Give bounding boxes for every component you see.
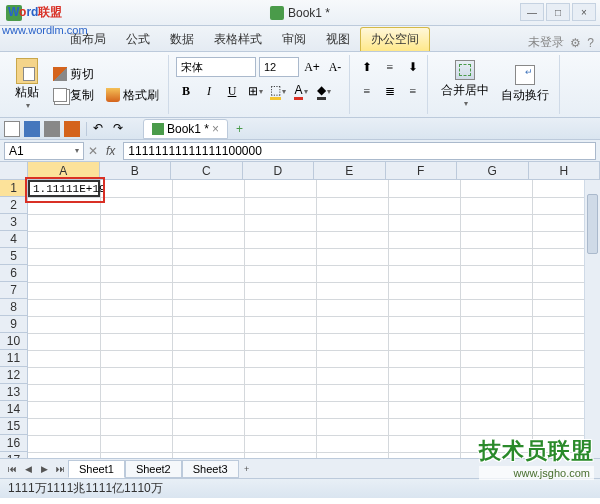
sheet-nav-next[interactable]: ▶ <box>36 461 52 477</box>
close-tab-icon[interactable]: × <box>212 122 219 136</box>
bottom-watermark: 技术员联盟 www.jsgho.com <box>479 436 594 480</box>
wrap-icon <box>515 65 535 85</box>
help-icon[interactable]: ? <box>587 36 594 50</box>
scrollbar-thumb[interactable] <box>587 194 598 254</box>
row-header[interactable]: 14 <box>0 401 27 418</box>
row-header[interactable]: 8 <box>0 299 27 316</box>
col-header-h[interactable]: H <box>529 162 601 179</box>
merge-center-button[interactable]: 合并居中▾ <box>435 55 495 113</box>
cell-a1[interactable]: 1.11111E+19 <box>28 180 100 197</box>
row-header[interactable]: 5 <box>0 248 27 265</box>
row-header[interactable]: 10 <box>0 333 27 350</box>
row-header[interactable]: 15 <box>0 418 27 435</box>
brush-icon <box>106 88 120 102</box>
col-header-a[interactable]: A <box>28 162 100 179</box>
tab-review[interactable]: 审阅 <box>272 27 316 51</box>
bold-button[interactable]: B <box>176 81 196 101</box>
close-button[interactable]: × <box>572 3 596 21</box>
sheet-nav-first[interactable]: ⏮ <box>4 461 20 477</box>
align-right-button[interactable]: ≡ <box>403 81 423 101</box>
sheet-nav-prev[interactable]: ◀ <box>20 461 36 477</box>
col-header-g[interactable]: G <box>457 162 529 179</box>
cell-style-button[interactable]: ◆▾ <box>314 81 334 101</box>
col-header-d[interactable]: D <box>243 162 315 179</box>
doc-tab-book1[interactable]: Book1 * × <box>143 119 228 139</box>
doc-icon <box>270 6 284 20</box>
window-controls: — □ × <box>520 3 596 21</box>
tab-formula[interactable]: 公式 <box>116 27 160 51</box>
row-header[interactable]: 7 <box>0 282 27 299</box>
paste-button[interactable]: 粘贴▾ <box>8 55 46 113</box>
sheet-tab-3[interactable]: Sheet3 <box>182 460 239 478</box>
row-header-1[interactable]: 1 <box>0 180 27 197</box>
underline-button[interactable]: U <box>222 81 242 101</box>
settings-icon[interactable]: ⚙ <box>570 36 581 50</box>
preview-icon[interactable] <box>64 121 80 137</box>
tab-view[interactable]: 视图 <box>316 27 360 51</box>
formula-input[interactable] <box>123 142 596 160</box>
col-header-e[interactable]: E <box>314 162 386 179</box>
align-top-button[interactable]: ⬆ <box>357 57 377 77</box>
italic-button[interactable]: I <box>199 81 219 101</box>
save-icon[interactable] <box>24 121 40 137</box>
cut-button[interactable]: 剪切 <box>48 64 164 84</box>
row-header[interactable]: 13 <box>0 384 27 401</box>
maximize-button[interactable]: □ <box>546 3 570 21</box>
cells-area[interactable]: 1.11111E+19 <box>28 180 600 458</box>
vertical-scrollbar[interactable] <box>584 180 600 458</box>
row-header[interactable]: 2 <box>0 197 27 214</box>
watermark-url: www.wordlm.com <box>2 24 88 36</box>
col-header-c[interactable]: C <box>171 162 243 179</box>
row-header[interactable]: 12 <box>0 367 27 384</box>
sheet-tab-2[interactable]: Sheet2 <box>125 460 182 478</box>
tab-office-space[interactable]: 办公空间 <box>360 27 430 51</box>
row-header[interactable]: 9 <box>0 316 27 333</box>
select-all-corner[interactable] <box>0 162 28 180</box>
wrap-text-button[interactable]: 自动换行 <box>495 55 555 113</box>
redo-icon[interactable]: ↷ <box>113 121 129 137</box>
add-sheet-button[interactable]: + <box>239 461 255 477</box>
col-header-b[interactable]: B <box>100 162 172 179</box>
merge-wrap-group: 合并居中▾ 自动换行 <box>431 55 560 114</box>
increase-font-button[interactable]: A+ <box>302 57 322 77</box>
new-icon[interactable] <box>4 121 20 137</box>
col-header-f[interactable]: F <box>386 162 458 179</box>
tab-table-style[interactable]: 表格样式 <box>204 27 272 51</box>
paste-icon <box>16 58 38 84</box>
font-size-select[interactable] <box>259 57 299 77</box>
add-tab-button[interactable]: + <box>230 122 249 136</box>
row-header[interactable]: 11 <box>0 350 27 367</box>
document-tabs: Book1 * × + <box>143 119 249 139</box>
copy-button[interactable]: 复制 <box>48 85 99 105</box>
row-header[interactable]: 16 <box>0 435 27 452</box>
cancel-icon[interactable]: ✕ <box>88 144 98 158</box>
align-middle-button[interactable]: ≡ <box>380 57 400 77</box>
spreadsheet-grid: A B C D E F G H 1 2 3 4 5 6 7 8 9 10 11 … <box>0 162 600 458</box>
login-status[interactable]: 未登录 <box>528 34 564 51</box>
row-header[interactable]: 6 <box>0 265 27 282</box>
row-header[interactable]: 4 <box>0 231 27 248</box>
sheet-nav-last[interactable]: ⏭ <box>52 461 68 477</box>
undo-icon[interactable]: ↶ <box>93 121 109 137</box>
fx-button[interactable]: fx <box>102 144 119 158</box>
clipboard-group: 粘贴▾ 剪切 复制 格式刷 <box>4 55 169 114</box>
align-group: ⬆ ≡ ⬇ ≡ ≣ ≡ <box>353 55 428 114</box>
font-color-button[interactable]: A▾ <box>291 81 311 101</box>
minimize-button[interactable]: — <box>520 3 544 21</box>
align-center-button[interactable]: ≣ <box>380 81 400 101</box>
align-left-button[interactable]: ≡ <box>357 81 377 101</box>
format-painter-button[interactable]: 格式刷 <box>101 85 164 105</box>
border-button[interactable]: ⊞▾ <box>245 81 265 101</box>
name-box[interactable]: A1 ▾ <box>4 142 84 160</box>
print-icon[interactable] <box>44 121 60 137</box>
font-family-select[interactable] <box>176 57 256 77</box>
font-group: A+ A- B I U ⊞▾ ⬚▾ A▾ ◆▾ <box>172 55 350 114</box>
sheet-tab-1[interactable]: Sheet1 <box>68 460 125 478</box>
decrease-font-button[interactable]: A- <box>325 57 345 77</box>
doc-icon <box>152 123 164 135</box>
fill-color-button[interactable]: ⬚▾ <box>268 81 288 101</box>
align-bottom-button[interactable]: ⬇ <box>403 57 423 77</box>
row-header[interactable]: 3 <box>0 214 27 231</box>
row-header[interactable]: 17 <box>0 452 27 458</box>
tab-data[interactable]: 数据 <box>160 27 204 51</box>
